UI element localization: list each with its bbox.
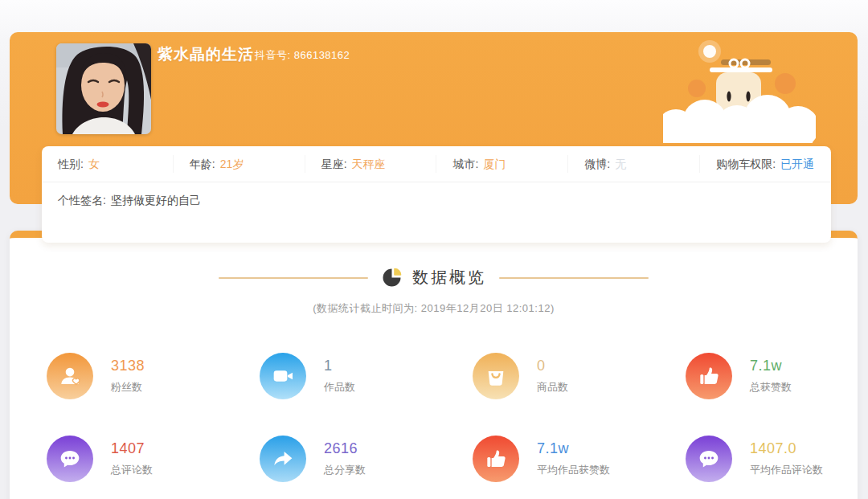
- share-icon: [260, 436, 306, 482]
- stat-label: 总获赞数: [750, 380, 792, 395]
- illustration-graphic: [663, 39, 816, 143]
- avatar-photo: [56, 43, 151, 134]
- stat-fans: 3138 粉丝数: [47, 353, 260, 399]
- stats-grid: 3138 粉丝数 1 作品数: [10, 353, 858, 482]
- overview-title-row: 数据概览: [10, 267, 858, 288]
- data-overview-card: 数据概览 (数据统计截止时间为: 2019年12月20日 12:01:12) 3…: [10, 231, 858, 499]
- video-icon: [260, 353, 306, 399]
- monkey-ear-right: [775, 73, 796, 94]
- monkey-ear-left: [688, 80, 706, 97]
- thumbs-up-icon: [473, 436, 519, 482]
- stat-value: 1407.0: [750, 440, 823, 457]
- field-city: 城市:厦门: [436, 155, 568, 173]
- monkey-eye-left: [727, 92, 731, 102]
- title-decor-line-left: [219, 277, 368, 279]
- signature-row: 个性签名:坚持做更好的自己: [42, 182, 831, 208]
- stat-value: 0: [537, 357, 568, 374]
- stat-works: 1 作品数: [260, 353, 473, 399]
- comment-icon: [686, 436, 732, 482]
- stat-label: 平均作品评论数: [750, 463, 823, 477]
- profile-name: 紫水晶的生活: [158, 44, 254, 65]
- stat-goods: 0 商品数: [473, 353, 686, 399]
- stat-value: 7.1w: [750, 357, 792, 374]
- pie-chart-icon: [381, 267, 403, 288]
- field-cart-permission: 购物车权限:已开通: [700, 155, 831, 173]
- monkey-eye-right: [746, 92, 750, 102]
- stat-value: 7.1w: [537, 440, 610, 457]
- stat-value: 1: [324, 357, 355, 374]
- avatar: [56, 43, 151, 134]
- stat-label: 总分享数: [324, 463, 366, 477]
- fans-icon: [47, 353, 93, 399]
- profile-header-card: 紫水晶的生活 抖音号: 866138162 性别:女 年龄:21岁 星座:天秤座…: [10, 32, 858, 204]
- field-zodiac: 星座:天秤座: [305, 155, 437, 173]
- stat-label: 商品数: [537, 380, 568, 395]
- sun-icon: [703, 45, 716, 58]
- cloud-base: [668, 125, 813, 143]
- stat-total-likes: 7.1w 总获赞数: [686, 353, 858, 399]
- field-weibo: 微博:无: [568, 155, 700, 173]
- comment-icon: [47, 436, 93, 482]
- field-gender: 性别:女: [42, 155, 174, 173]
- stat-avg-comments: 1407.0 平均作品评论数: [686, 436, 858, 482]
- stat-value: 2616: [324, 440, 366, 457]
- stat-value: 1407: [111, 440, 153, 457]
- stat-label: 作品数: [324, 380, 355, 395]
- stat-label: 粉丝数: [111, 380, 145, 395]
- monkey-clouds-illustration: [663, 39, 816, 143]
- overview-title: 数据概览: [412, 267, 486, 288]
- signature-text: 坚持做更好的自己: [111, 194, 201, 207]
- stat-avg-likes: 7.1w 平均作品获赞数: [473, 436, 686, 482]
- shopping-bag-icon: [473, 353, 519, 399]
- stat-label: 总评论数: [111, 463, 153, 477]
- douyin-id: 抖音号: 866138162: [255, 48, 350, 63]
- stat-total-shares: 2616 总分享数: [260, 436, 473, 482]
- stat-label: 平均作品获赞数: [537, 463, 610, 477]
- profile-info-box: 性别:女 年龄:21岁 星座:天秤座 城市:厦门 微博:无 购物车权限:已开通: [42, 146, 831, 243]
- title-decor-line-right: [499, 277, 649, 279]
- cart-permission-status: 已开通: [780, 157, 814, 170]
- field-age: 年龄:21岁: [174, 155, 305, 173]
- report-page: 紫水晶的生活 抖音号: 866138162 性别:女 年龄:21岁 星座:天秤座…: [0, 0, 868, 499]
- thumbs-up-icon: [686, 353, 732, 399]
- stat-total-comments: 1407 总评论数: [47, 436, 260, 482]
- headband-brim: [710, 67, 772, 72]
- stat-value: 3138: [111, 357, 145, 374]
- profile-fields-row: 性别:女 年龄:21岁 星座:天秤座 城市:厦门 微博:无 购物车权限:已开通: [42, 146, 831, 182]
- stats-cutoff-time: (数据统计截止时间为: 2019年12月20日 12:01:12): [10, 301, 858, 316]
